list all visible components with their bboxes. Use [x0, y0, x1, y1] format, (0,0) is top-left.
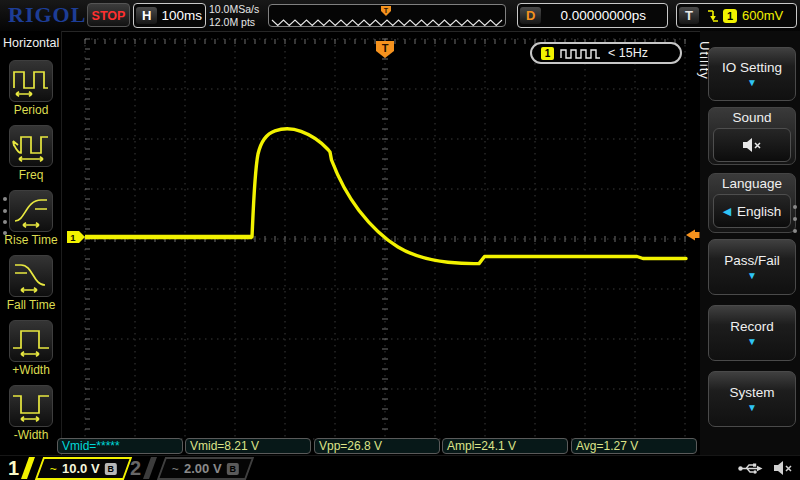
ch1-bw-limit-icon: B	[105, 462, 117, 474]
freq-source-badge: 1	[541, 47, 554, 60]
chevron-left-icon: ◀	[723, 205, 731, 218]
trigger-frequency-value: < 15Hz	[608, 46, 648, 60]
ch2-divider	[143, 457, 157, 479]
ch1-trace	[252, 129, 686, 264]
ch1-scale: 10.0 V	[62, 461, 100, 476]
pulse-train-icon	[560, 47, 602, 60]
measurement-slot-4[interactable]: Ampl=24.1 V	[442, 438, 568, 454]
menu-item-record[interactable]: Record ▼	[708, 305, 796, 361]
ch1-coupling: ~	[50, 461, 57, 475]
chevron-down-icon: ▼	[709, 337, 795, 347]
chevron-down-icon: ▼	[709, 78, 795, 88]
ch2-number: 2	[130, 457, 141, 480]
ch1-divider	[21, 457, 35, 479]
channel-2-status[interactable]: 2 ~ 2.00 V B	[122, 456, 250, 480]
ch1-scale-box: ~ 10.0 V B	[35, 457, 132, 480]
menu-item-sound[interactable]: Sound	[708, 107, 796, 165]
utility-menu-sidebar: Utility IO Setting ▼ Sound Language ◀ En…	[700, 31, 800, 480]
trigger-frequency-badge: 1 < 15Hz	[530, 42, 682, 64]
ch2-bw-limit-icon: B	[227, 462, 239, 474]
trigger-level-marker[interactable]	[686, 230, 695, 241]
menu-item-system[interactable]: System ▼	[708, 371, 796, 427]
status-icons	[738, 460, 793, 476]
measurement-slot-1[interactable]: Vmid=*****	[57, 438, 183, 454]
trigger-position-letter: T	[382, 42, 389, 54]
ch1-ground-label: 1	[70, 232, 76, 243]
language-select-button[interactable]: ◀ English	[713, 194, 791, 228]
menu-item-io-setting[interactable]: IO Setting ▼	[708, 47, 796, 101]
page-dot	[793, 217, 797, 221]
channel-1-status[interactable]: 1 ~ 10.0 V B	[0, 456, 128, 480]
menu-item-pass-fail[interactable]: Pass/Fail ▼	[708, 239, 796, 295]
measurement-slot-5[interactable]: Avg=1.27 V	[571, 438, 697, 454]
ch2-coupling: ~	[172, 461, 179, 475]
language-value: English	[737, 204, 781, 219]
sound-toggle-button[interactable]	[713, 128, 791, 162]
measurement-slot-2[interactable]: Vmid=8.21 V	[185, 438, 311, 454]
trigger-level-marker-tail	[695, 232, 700, 238]
ch1-number: 1	[8, 457, 19, 480]
speaker-muted-icon	[742, 137, 762, 153]
channel-status-bar: 1 ~ 10.0 V B 2 ~ 2.00 V B	[0, 455, 800, 480]
speaker-muted-icon	[773, 460, 793, 476]
page-dot	[793, 205, 797, 209]
scope-display: T 1	[0, 0, 800, 480]
chevron-down-icon: ▼	[709, 403, 795, 413]
page-dot	[793, 229, 797, 233]
chevron-down-icon: ▼	[709, 271, 795, 281]
oscilloscope-screen: RIGOL STOP H 100ms 10.0MSa/s 12.0M pts T…	[0, 0, 800, 480]
usb-icon	[738, 461, 763, 476]
measurement-slot-3[interactable]: Vpp=26.8 V	[314, 438, 440, 454]
menu-item-language[interactable]: Language ◀ English	[708, 173, 796, 233]
ch2-scale: 2.00 V	[184, 461, 222, 476]
ch2-scale-box: ~ 2.00 V B	[157, 457, 254, 480]
